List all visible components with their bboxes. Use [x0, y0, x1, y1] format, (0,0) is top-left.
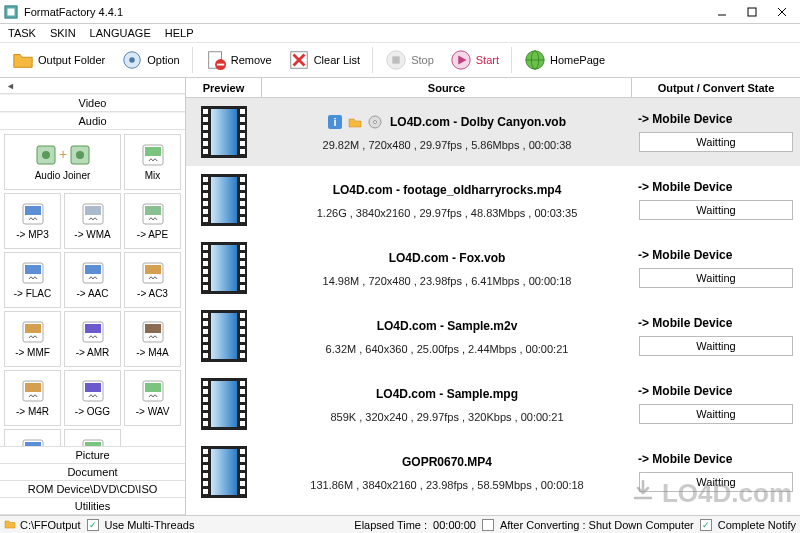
table-row[interactable]: LO4D.com - Sample.m2v6.32M , 640x360 , 2…	[186, 302, 800, 370]
format-item[interactable]: -> M4R	[4, 370, 61, 426]
svg-point-22	[42, 151, 50, 159]
table-row[interactable]: iLO4D.com - Dolby Canyon.vob29.82M , 720…	[186, 98, 800, 166]
format-item[interactable]: -> MP3	[4, 193, 61, 249]
start-button[interactable]: Start	[444, 45, 505, 75]
convert-state[interactable]: Waitting	[639, 200, 793, 220]
svg-rect-101	[211, 313, 237, 359]
header-source[interactable]: Source	[262, 78, 632, 97]
svg-rect-51	[145, 383, 161, 392]
format-item[interactable]: -> AAC	[64, 252, 121, 308]
category-video[interactable]: Video	[0, 94, 185, 112]
format-item[interactable]: -> WMA	[64, 193, 121, 249]
folder-icon[interactable]	[348, 115, 362, 129]
svg-rect-31	[85, 206, 101, 215]
format-item[interactable]: -> APE	[124, 193, 181, 249]
format-item[interactable]: -> M4A	[124, 311, 181, 367]
menu-language[interactable]: LANGUAGE	[90, 27, 151, 39]
svg-rect-47	[25, 383, 41, 392]
format-item[interactable]: -> FLAC	[4, 252, 61, 308]
format-label: -> AC3	[137, 288, 168, 299]
svg-rect-98	[203, 285, 208, 290]
category-picture[interactable]: Picture	[0, 447, 185, 464]
svg-rect-133	[240, 457, 245, 462]
source-cell: LO4D.com - Sample.mpg859K , 320x240 , 29…	[262, 370, 632, 438]
svg-rect-93	[240, 261, 245, 266]
info-icon[interactable]: i	[328, 115, 342, 129]
convert-state[interactable]: Waitting	[639, 132, 793, 152]
svg-rect-66	[203, 141, 208, 146]
format-label: -> AMR	[76, 347, 110, 358]
format-item[interactable]: -> OGG	[64, 370, 121, 426]
category-utilities[interactable]: Utilities	[0, 498, 185, 515]
category-document[interactable]: Document	[0, 464, 185, 481]
format-item[interactable]: -> AMR	[64, 311, 121, 367]
svg-rect-64	[203, 133, 208, 138]
preview-cell	[186, 234, 262, 302]
svg-rect-91	[240, 253, 245, 258]
svg-rect-58	[203, 109, 208, 114]
minimize-button[interactable]	[708, 3, 736, 21]
svg-rect-39	[145, 265, 161, 274]
menu-help[interactable]: HELP	[165, 27, 194, 39]
category-audio[interactable]: Audio	[0, 112, 185, 130]
header-output[interactable]: Output / Convert State	[632, 78, 800, 97]
svg-rect-76	[203, 185, 208, 190]
header-preview[interactable]: Preview	[186, 78, 262, 97]
format-icon	[139, 261, 167, 285]
format-item[interactable]: +Audio Joiner	[4, 134, 121, 190]
format-item[interactable]: -> WAV	[124, 370, 181, 426]
preview-cell	[186, 166, 262, 234]
file-name: LO4D.com - footage_oldharryrocks.mp4	[333, 183, 562, 197]
svg-rect-61	[240, 117, 245, 122]
homepage-button[interactable]: HomePage	[518, 45, 611, 75]
sidebar-collapse[interactable]: ◄	[0, 78, 185, 94]
svg-rect-111	[240, 345, 245, 350]
format-item[interactable]: -> AC3	[124, 252, 181, 308]
format-item[interactable]: -> MMF	[4, 311, 61, 367]
maximize-button[interactable]	[738, 3, 766, 21]
multi-threads-checkbox[interactable]	[87, 519, 99, 531]
folder-small-icon[interactable]	[4, 518, 16, 532]
svg-rect-82	[203, 209, 208, 214]
complete-notify-label: Complete Notify	[718, 519, 796, 531]
svg-rect-139	[240, 481, 245, 486]
convert-state[interactable]: Waitting	[639, 336, 793, 356]
disc-icon[interactable]	[368, 115, 382, 129]
menu-skin[interactable]: SKIN	[50, 27, 76, 39]
menu-task[interactable]: TASK	[8, 27, 36, 39]
format-item[interactable]: Mix	[124, 134, 181, 190]
svg-rect-104	[203, 321, 208, 326]
film-icon	[201, 446, 247, 498]
convert-state[interactable]: Waitting	[639, 268, 793, 288]
convert-state[interactable]: Waitting	[639, 472, 793, 492]
table-row[interactable]: GOPR0670.MP4131.86M , 3840x2160 , 23.98f…	[186, 438, 800, 506]
table-row[interactable]: LO4D.com - footage_oldharryrocks.mp41.26…	[186, 166, 800, 234]
table-row[interactable]: LO4D.com - Fox.vob14.98M , 720x480 , 23.…	[186, 234, 800, 302]
clear-list-button[interactable]: Clear List	[282, 45, 366, 75]
stop-button[interactable]: Stop	[379, 45, 440, 75]
complete-notify-checkbox[interactable]	[700, 519, 712, 531]
svg-rect-124	[203, 413, 208, 418]
option-button[interactable]: Option	[115, 45, 185, 75]
separator	[192, 47, 193, 73]
output-folder-button[interactable]: Output Folder	[6, 45, 111, 75]
output-cell: -> Mobile DeviceWaitting	[632, 302, 800, 370]
after-converting-checkbox[interactable]	[482, 519, 494, 531]
remove-button[interactable]: Remove	[199, 45, 278, 75]
format-icon	[139, 143, 167, 167]
close-button[interactable]	[768, 3, 796, 21]
file-name: LO4D.com - Sample.mpg	[376, 387, 518, 401]
svg-rect-105	[240, 321, 245, 326]
convert-state[interactable]: Waitting	[639, 404, 793, 424]
svg-rect-118	[203, 389, 208, 394]
svg-rect-125	[240, 413, 245, 418]
category-rom[interactable]: ROM Device\DVD\CD\ISO	[0, 481, 185, 498]
svg-rect-45	[145, 324, 161, 333]
film-icon	[201, 242, 247, 294]
format-item[interactable]: WavPack	[4, 429, 61, 446]
table-row[interactable]: LO4D.com - Sample.mpg859K , 320x240 , 29…	[186, 370, 800, 438]
menubar: TASK SKIN LANGUAGE HELP	[0, 24, 800, 42]
svg-rect-69	[240, 149, 245, 154]
output-path[interactable]: C:\FFOutput	[20, 519, 81, 531]
format-item[interactable]: -> MP2	[64, 429, 121, 446]
